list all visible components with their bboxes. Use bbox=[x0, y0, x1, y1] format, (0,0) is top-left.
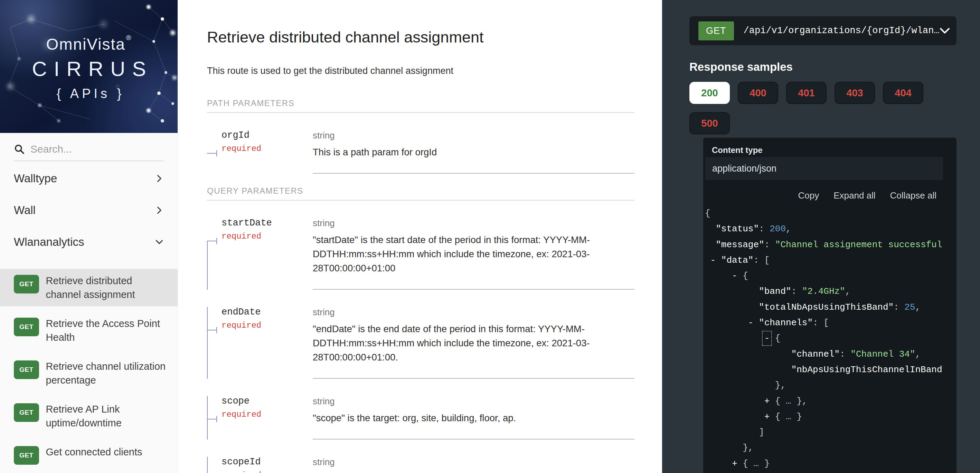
json-toggle-collapse[interactable]: - bbox=[748, 317, 754, 328]
chevron-right-icon bbox=[155, 174, 164, 183]
param-type: string bbox=[313, 130, 635, 141]
json-toggle-collapse[interactable]: - bbox=[732, 271, 737, 281]
json-token-punct: , bbox=[915, 349, 921, 359]
json-line: }, bbox=[705, 440, 943, 456]
sidebar-item-retrieve-the-access-point-health[interactable]: GETRetrieve the Access PointHealth bbox=[0, 312, 178, 349]
sidebar-group-label: Wlananalytics bbox=[14, 235, 84, 249]
page-title: Retrieve distributed channel assignment bbox=[207, 28, 635, 46]
json-line: + { … } bbox=[705, 409, 943, 425]
json-toggle-collapse[interactable]: - bbox=[711, 255, 716, 265]
search-input[interactable]: Search... bbox=[14, 143, 164, 161]
json-toggle-expand[interactable]: + bbox=[764, 411, 770, 422]
sidebar-item-retrieve-channel-utilization-percentage[interactable]: GETRetrieve channel utilizationpercentag… bbox=[0, 355, 178, 392]
json-token-key: "status" bbox=[716, 224, 759, 234]
copy-button[interactable]: Copy bbox=[798, 190, 819, 201]
get-badge: GET bbox=[14, 275, 39, 294]
json-line: - { bbox=[705, 268, 943, 284]
json-token-punct: { bbox=[705, 208, 711, 219]
sidebar-item-label: Retrieve distributedchannel assignment bbox=[46, 274, 135, 302]
response-code-404[interactable]: 404 bbox=[883, 82, 923, 104]
json-token-number: 25 bbox=[904, 302, 915, 313]
param-name-cell: endDaterequired bbox=[207, 290, 313, 379]
tree-connector-icon bbox=[207, 218, 221, 290]
sidebar-item-retrieve-ap-link-uptime-downtime[interactable]: GETRetrieve AP Linkuptime/downtime bbox=[0, 397, 178, 435]
registered-mark: ® bbox=[126, 34, 132, 41]
section-query-parameters: QUERY PARAMETERS bbox=[207, 186, 635, 201]
json-line: "status": 200, bbox=[705, 221, 943, 237]
sidebar-group-walltype[interactable]: Walltype bbox=[0, 163, 178, 194]
response-code-tabs: 200400401403404500 bbox=[689, 82, 933, 134]
param-value-cell: string"startDate" is the start date of t… bbox=[313, 201, 635, 290]
json-token-punct: }, bbox=[775, 380, 786, 390]
brand-logo-text: OmniVista® CIRRUS { APIs } bbox=[0, 0, 178, 133]
get-badge: GET bbox=[14, 317, 39, 336]
param-value-cell: stringThis is a path param for orgId bbox=[313, 113, 635, 174]
response-code-403[interactable]: 403 bbox=[835, 82, 875, 104]
endpoint-bar[interactable]: GET /api/v1/organizations/{orgId}/wlan… bbox=[689, 16, 956, 45]
json-toggle-collapse[interactable]: - bbox=[764, 333, 770, 343]
sidebar-operations: GETRetrieve distributedchannel assignmen… bbox=[0, 263, 178, 473]
sidebar-item-label: Retrieve the Access PointHealth bbox=[46, 317, 160, 344]
search-icon bbox=[14, 144, 25, 155]
sidebar-item-retrieve-distributed-channel-assignment[interactable]: GETRetrieve distributedchannel assignmen… bbox=[0, 269, 178, 306]
chevron-down-icon[interactable] bbox=[940, 28, 950, 34]
json-token-number: 200 bbox=[770, 224, 786, 234]
json-line: }, bbox=[705, 378, 943, 393]
json-line: ] bbox=[705, 425, 943, 440]
json-line: - { bbox=[705, 331, 943, 346]
json-line: { bbox=[705, 206, 943, 221]
json-token-punct: : bbox=[791, 286, 802, 297]
right-panel: GET /api/v1/organizations/{orgId}/wlan… … bbox=[662, 0, 980, 473]
sidebar-group-wlananalytics[interactable]: Wlananalytics bbox=[0, 226, 178, 258]
json-token-punct: : [ bbox=[813, 317, 829, 328]
response-code-401[interactable]: 401 bbox=[786, 82, 827, 104]
json-token-punct: { … }, bbox=[775, 396, 808, 406]
tree-connector-icon bbox=[207, 457, 221, 473]
param-row-scope: scoperequiredstring"scope" is the target… bbox=[207, 379, 635, 440]
content-type-select[interactable]: application/json bbox=[705, 157, 943, 180]
required-badge: required bbox=[221, 232, 272, 241]
get-badge: GET bbox=[14, 360, 39, 379]
tree-connector-icon bbox=[207, 307, 221, 379]
json-line: - "channels": [ bbox=[705, 315, 943, 331]
expand-all-button[interactable]: Expand all bbox=[834, 190, 875, 201]
json-toggle-expand[interactable]: + bbox=[732, 459, 737, 469]
json-token-key: "channel" bbox=[791, 349, 840, 359]
json-token-key: "nbApsUsingThisChannelInBand" bbox=[791, 365, 943, 375]
get-badge: GET bbox=[14, 403, 39, 422]
brand-apis: { APIs } bbox=[54, 86, 125, 101]
collapse-all-button[interactable]: Collapse all bbox=[890, 190, 937, 201]
json-token-punct: , bbox=[845, 286, 851, 297]
param-value-cell: string"scope" is the target: org, site, … bbox=[313, 379, 635, 440]
json-toggle-expand[interactable]: + bbox=[764, 396, 770, 406]
param-description: "scope" is the target: org, site, buildi… bbox=[313, 411, 635, 425]
param-value-cell: string"scopeId" is an array of id corres… bbox=[313, 440, 635, 473]
json-token-string: "Channel assignement successful" bbox=[775, 240, 943, 250]
param-description: This is a path param for orgId bbox=[313, 145, 635, 159]
main-content: Retrieve distributed channel assignment … bbox=[178, 0, 662, 473]
response-code-400[interactable]: 400 bbox=[738, 82, 778, 104]
response-code-200[interactable]: 200 bbox=[689, 82, 730, 104]
content-type-value: application/json bbox=[712, 163, 776, 174]
response-code-500[interactable]: 500 bbox=[689, 112, 730, 134]
sidebar-group-wall[interactable]: Wall bbox=[0, 194, 178, 226]
json-token-punct: , bbox=[915, 302, 921, 313]
param-name: startDate bbox=[221, 218, 272, 228]
json-token-punct: ] bbox=[759, 427, 764, 437]
sidebar-item-get-connected-clients[interactable]: GETGet connected clients bbox=[0, 440, 178, 470]
param-description: "endDate" is the end date of the period … bbox=[313, 322, 635, 364]
endpoint-path: /api/v1/organizations/{orgId}/wlan… bbox=[744, 25, 940, 36]
response-sample-box: Content type application/json Copy Expan… bbox=[703, 138, 956, 473]
param-row-enddate: endDaterequiredstring"endDate" is the en… bbox=[207, 290, 635, 379]
json-token-punct: }, bbox=[743, 443, 753, 453]
param-value-cell: string"endDate" is the end date of the p… bbox=[313, 290, 635, 379]
section-path-parameters: PATH PARAMETERS bbox=[207, 98, 635, 113]
param-name: scopeId bbox=[221, 457, 261, 467]
required-badge: required bbox=[221, 321, 261, 330]
param-type: string bbox=[313, 457, 635, 467]
param-name-cell: scoperequired bbox=[207, 379, 313, 440]
json-line: + { … } bbox=[705, 456, 943, 471]
json-token-punct: : [ bbox=[753, 255, 770, 265]
api-docs-page: OmniVista® CIRRUS { APIs } Search... Wal… bbox=[0, 0, 980, 473]
param-name-cell: scopeIdrequired bbox=[207, 440, 313, 473]
